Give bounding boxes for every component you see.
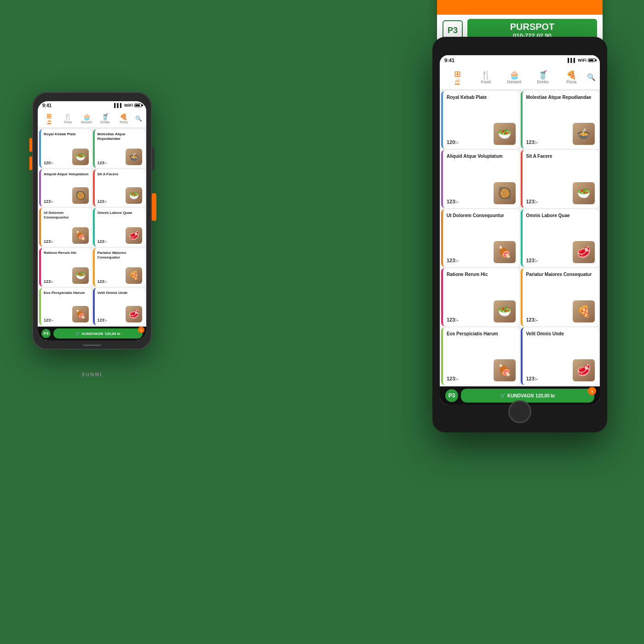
menu-item-2-title: Aliquid Atque Voluptatum [44, 172, 89, 177]
phone-grip [152, 193, 156, 221]
menu-item-2[interactable]: Aliquid Atque Voluptatum 123:- 🥘 [39, 169, 92, 207]
pos-menu-item-8-title: Eos Perspiciatis Harum [447, 331, 516, 337]
menu-item-9[interactable]: Velit Omnis Unde 123:- 🥩 [93, 288, 145, 325]
category-drinks[interactable]: 🥤 Drinks [96, 112, 114, 125]
menu-item-4[interactable]: Ut Dolorem Consequuntur 123:- 🍖 [39, 208, 92, 247]
phone-volume-up-button[interactable] [29, 138, 32, 152]
menu-item-3[interactable]: Sit A Facere 123:- 🥗 [93, 169, 145, 207]
drinks-label: Drinks [101, 121, 110, 124]
pos-menu-item-4-price: 123:- [447, 258, 459, 263]
pos-pizza-label: Pizza [566, 80, 576, 84]
dessert-label: Dessert [81, 121, 92, 124]
menu-item-8-title: Eos Perspiciatis Harum [44, 291, 89, 295]
phone-app-screen: 9:41 ▌▌▌ WiFi ⊞ All 🍴 Food [38, 101, 146, 340]
pos-menu-item-4-title: Ut Dolorem Consequuntur [447, 213, 516, 218]
pos-menu-item-1[interactable]: Molestiae Atque Repudiandae 123:- 🍲 [521, 91, 599, 149]
phone-category-nav: ⊞ All 🍴 Food 🧁 Dessert 🥤 Drinks [38, 109, 146, 128]
pos-menu-item-6[interactable]: Ratione Rerum Hic 123:- 🥗 [441, 268, 519, 326]
phone-screen: 9:41 ▌▌▌ WiFi ⊞ All 🍴 Food [38, 101, 146, 340]
pos-menu-item-1-title: Molestiae Atque Repudiandae [526, 95, 595, 100]
battery-icon [134, 104, 142, 107]
category-dessert[interactable]: 🧁 Dessert [78, 112, 95, 125]
pos-food-label: Food [481, 80, 491, 84]
menu-item-2-price: 123:- [44, 199, 53, 204]
pos-screen: 9:41 ▌▌▌ WiFi ⊞ All 🍴 Food [440, 55, 600, 405]
pos-dessert-label: Dessert [507, 80, 521, 84]
pos-dessert-icon: 🧁 [509, 71, 519, 79]
phone-time: 9:41 [42, 103, 52, 108]
pos-pizza-icon: 🍕 [566, 71, 576, 79]
food-label: Food [64, 121, 72, 124]
pos-body: 9:41 ▌▌▌ WiFi ⊞ All 🍴 Food [432, 37, 607, 432]
menu-item-1-image: 🍲 [126, 149, 142, 165]
pos-menu-item-4-image: 🍖 [494, 241, 516, 263]
phone-brand: SUNMI [81, 372, 102, 377]
pos-cart-button[interactable]: 🛒 KUNDVAGN 120,00 kr 1 [461, 389, 594, 402]
pos-cart-badge: 1 [588, 387, 596, 395]
menu-item-0[interactable]: Royal Kebab Plate 120:- 🥗 [39, 129, 92, 168]
pos-menu-item-9[interactable]: Velit Omnis Unde 123:- 🥩 [521, 328, 599, 385]
menu-item-6-title: Ratione Rerum Hic [44, 251, 89, 255]
phone-menu-grid: Royal Kebab Plate 120:- 🥗 Molestiae Atqu… [38, 128, 146, 327]
pos-terminal: P3 PURSPOT 010-722 02 90 9:41 ▌▌▌ WiFi [423, 37, 616, 451]
pos-category-food[interactable]: 🍴 Food [472, 69, 500, 86]
phone-body: 9:41 ▌▌▌ WiFi ⊞ All 🍴 Food [32, 92, 152, 350]
cart-label: KUNDVAGN [82, 332, 103, 336]
pos-menu-item-4[interactable]: Ut Dolorem Consequuntur 123:- 🍖 [441, 209, 519, 267]
pos-category-dessert[interactable]: 🧁 Dessert [500, 69, 528, 86]
menu-item-6-image: 🥗 [72, 267, 89, 284]
category-food[interactable]: 🍴 Food [59, 112, 76, 125]
pos-category-all[interactable]: ⊞ All [443, 68, 471, 86]
pos-menu-item-3-title: Sit A Facere [526, 154, 595, 159]
menu-item-7[interactable]: Pariatur Maiores Consequatur 123:- 🍕 [93, 248, 145, 287]
pos-status-bar: 9:41 ▌▌▌ WiFi [440, 55, 600, 65]
phone-volume-down-button[interactable] [29, 156, 32, 170]
pos-menu-item-0-image: 🥗 [494, 123, 516, 145]
phone-status-bar: 9:41 ▌▌▌ WiFi [38, 101, 146, 109]
pos-category-drinks[interactable]: 🥤 Drinks [529, 69, 557, 86]
category-pizza[interactable]: 🍕 Pizza [115, 112, 132, 125]
phone-device: 9:41 ▌▌▌ WiFi ⊞ All 🍴 Food [28, 92, 156, 363]
menu-item-6[interactable]: Ratione Rerum Hic 123:- 🥗 [39, 248, 92, 287]
pos-signal-icon: ▌▌▌ [568, 58, 576, 63]
menu-item-4-title: Ut Dolorem Consequuntur [44, 211, 89, 219]
phone-power-button[interactable] [152, 147, 155, 170]
menu-item-5-title: Omnis Labore Quae [98, 211, 143, 215]
phone-status-icons: ▌▌▌ WiFi [114, 103, 142, 108]
menu-item-1[interactable]: Molestiae Atque Repudiandae 123:- 🍲 [93, 129, 145, 168]
menu-item-1-title: Molestiae Atque Repudiandae [98, 132, 143, 141]
pos-drinks-label: Drinks [537, 80, 549, 84]
pos-menu-item-2-price: 123:- [447, 199, 459, 204]
pos-home-button[interactable] [508, 400, 531, 423]
menu-item-7-price: 123:- [98, 279, 107, 284]
pos-status-icons: ▌▌▌ WiFi [568, 58, 595, 63]
pos-menu-item-8[interactable]: Eos Perspiciatis Harum 123:- 🍖 [441, 328, 519, 385]
pos-food-icon: 🍴 [481, 71, 491, 79]
pos-cart-icon: 🛒 [500, 393, 506, 398]
pos-menu-item-2[interactable]: Aliquid Atque Voluptatum 123:- 🥘 [441, 150, 519, 207]
pos-menu-item-3[interactable]: Sit A Facere 123:- 🥗 [521, 150, 599, 207]
pos-menu-item-8-price: 123:- [447, 376, 459, 381]
pos-menu-item-9-price: 123:- [526, 376, 538, 381]
pos-menu-item-5[interactable]: Omnis Labore Quae 123:- 🥩 [521, 209, 599, 267]
pos-all-icon: ⊞ [454, 70, 461, 78]
pos-menu-item-9-title: Velit Omnis Unde [526, 331, 595, 337]
menu-item-8[interactable]: Eos Perspiciatis Harum 123:- 🍖 [39, 288, 92, 325]
pos-wifi-icon: WiFi [578, 58, 586, 63]
pos-category-pizza[interactable]: 🍕 Pizza [558, 69, 585, 86]
wifi-icon: WiFi [124, 103, 133, 108]
pos-menu-item-0[interactable]: Royal Kebab Plate 120:- 🥗 [441, 91, 519, 149]
pos-menu-item-5-title: Omnis Labore Quae [526, 213, 595, 218]
pos-menu-item-7[interactable]: Pariatur Maiores Consequatur 123:- 🍕 [521, 268, 599, 326]
cart-button[interactable]: 🛒 KUNDVAGN 120,00 kr 1 [53, 328, 143, 339]
pos-menu-item-8-image: 🍖 [494, 359, 516, 381]
food-icon: 🍴 [64, 114, 72, 120]
menu-item-5[interactable]: Omnis Labore Quae 123:- 🥩 [93, 208, 145, 247]
pos-app-screen: 9:41 ▌▌▌ WiFi ⊞ All 🍴 Food [440, 55, 600, 405]
pos-menu-item-3-image: 🥗 [573, 182, 595, 204]
pos-menu-item-6-image: 🥗 [494, 300, 516, 322]
pos-search-button[interactable]: 🔍 [586, 72, 596, 82]
category-all[interactable]: ⊞ All [40, 111, 58, 126]
search-button[interactable]: 🔍 [133, 114, 144, 124]
pos-menu-item-5-price: 123:- [526, 258, 538, 263]
